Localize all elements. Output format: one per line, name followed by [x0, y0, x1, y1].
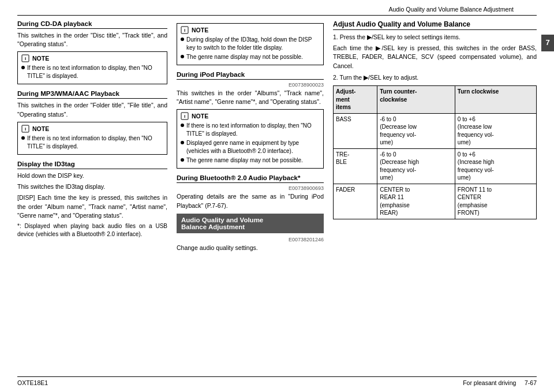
note-icon-4: i: [181, 112, 189, 120]
section-ipod-body: This switches in the order "Albums", "Tr…: [177, 89, 324, 106]
svg-text:i: i: [184, 114, 185, 119]
section-id3tag-body2: This switches the ID3tag display.: [17, 182, 167, 191]
note-header-1: i NOTE: [21, 54, 163, 62]
section-cd-da-title: During CD-DA playback: [17, 20, 167, 29]
table-header-row: Adjust-mentitems Turn counter-clockwise …: [334, 86, 537, 114]
note-icon-1: i: [21, 54, 29, 62]
note-item-4-3: The genre name display may not be possib…: [181, 156, 320, 165]
content-area: During CD-DA playback This switches in t…: [17, 16, 537, 255]
section-mp3-body: This switches in the order "Folder title…: [17, 101, 167, 118]
section-id3tag-body1: Hold down the DISP key.: [17, 171, 167, 180]
footer-bar: OXTE18E1 For pleasant driving 7-67: [17, 376, 537, 386]
row-fader-item: FADER: [334, 184, 377, 219]
bullet-4-3: [181, 158, 184, 162]
bullet-3-2: [181, 55, 184, 58]
note-text-4-3: The genre name display may not be possib…: [186, 156, 303, 165]
col-header-counter: Turn counter-clockwise: [377, 86, 455, 114]
note-item-3-2: The genre name display may not be possib…: [181, 53, 320, 61]
right-column: Adjust Audio Quality and Volume Balance …: [333, 20, 537, 255]
adjust-table: Adjust-mentitems Turn counter-clockwise …: [333, 85, 537, 219]
section-cd-da-body: This switches in the order "Disc title",…: [17, 31, 167, 48]
note-item-4-2: Displayed genre name in equipment by typ…: [181, 139, 320, 155]
section-bt-subid: E00738900693: [177, 185, 324, 191]
section-id3tag-body3: [DISP] Each time the key is pressed, thi…: [17, 193, 167, 220]
note-header-2: i NOTE: [21, 125, 163, 133]
highlight-subid: E00738201246: [177, 237, 324, 242]
table-row: TRE-BLE -6 to 0(Decrease highfrequency v…: [334, 148, 537, 184]
note-box-4: i NOTE If there is no text information t…: [177, 109, 324, 169]
note-icon-3: i: [181, 26, 189, 34]
row-bass-item: BASS: [334, 113, 377, 148]
svg-text:i: i: [184, 28, 185, 33]
highlight-line2: Balance Adjustment: [181, 223, 319, 230]
note-item-1-1: If there is no text information to displ…: [21, 64, 163, 80]
section-id3tag-footnote: *: Displayed when playing back audio fil…: [17, 222, 167, 238]
section-mp3-title: During MP3/WMA/AAC Playback: [17, 90, 167, 99]
footer-right-page: 7-67: [525, 379, 537, 386]
bullet-1-1: [21, 66, 25, 69]
note-text-3-1: During display of the ID3tag, hold down …: [186, 36, 320, 52]
row-treble-counter: -6 to 0(Decrease highfrequency vol-ume): [377, 148, 455, 184]
right-step2: 2. Turn the ▶/SEL key to adjust.: [333, 73, 537, 82]
note-item-3-1: During display of the ID3tag, hold down …: [181, 36, 320, 52]
note-box-3: i NOTE During display of the ID3tag, hol…: [177, 23, 324, 65]
note-label-2: NOTE: [32, 125, 49, 132]
footer-right: For pleasant driving 7-67: [463, 379, 537, 386]
page-container: Audio Quality and Volume Balance Adjustm…: [0, 0, 554, 392]
section-bt-body: Operating details are the same as in "Du…: [177, 192, 324, 210]
highlight-line1: Audio Quality and Volume: [181, 216, 319, 223]
note-text-4-1: If there is no text information to displ…: [186, 122, 320, 138]
note-label-1: NOTE: [32, 55, 49, 62]
note-item-2-1: If there is no text information to displ…: [21, 135, 163, 151]
bullet-2-1: [21, 136, 25, 140]
header-title: Audio Quality and Volume Balance Adjustm…: [388, 6, 514, 13]
col-header-item: Adjust-mentitems: [334, 86, 377, 114]
row-treble-item: TRE-BLE: [334, 148, 377, 184]
note-label-3: NOTE: [192, 27, 208, 33]
row-fader-clockwise: FRONT 11 toCENTER(emphasiseFRONT): [455, 184, 536, 219]
svg-text:i: i: [25, 56, 26, 61]
change-text: Change audio quality settings.: [177, 244, 324, 252]
note-icon-2: i: [21, 125, 29, 133]
left-column: During CD-DA playback This switches in t…: [17, 20, 167, 255]
section-ipod-title: During iPod Playback: [177, 71, 324, 80]
bullet-3-1: [181, 38, 184, 41]
note-label-4: NOTE: [192, 113, 208, 120]
note-text-3-2: The genre name display may not be possib…: [186, 53, 303, 61]
middle-column: i NOTE During display of the ID3tag, hol…: [177, 20, 324, 255]
chapter-tab: 7: [541, 35, 554, 51]
header-bar: Audio Quality and Volume Balance Adjustm…: [17, 6, 537, 16]
row-bass-clockwise: 0 to +6(Increase lowfrequency vol-ume): [455, 113, 536, 148]
footer-right-label: For pleasant driving: [463, 379, 516, 386]
note-text-4-2: Displayed genre name in equipment by typ…: [186, 139, 320, 155]
section-ipod-subid: E00738900023: [177, 82, 324, 88]
table-row: FADER CENTER toREAR 11(emphasiseREAR) FR…: [334, 184, 537, 219]
bullet-4-1: [181, 124, 184, 127]
note-item-4-1: If there is no text information to displ…: [181, 122, 320, 138]
footer-left: OXTE18E1: [17, 379, 48, 386]
bullet-4-2: [181, 141, 184, 144]
row-bass-counter: -6 to 0(Decrease lowfrequency vol-ume): [377, 113, 455, 148]
section-id3tag-title: Display the ID3tag: [17, 160, 167, 169]
right-section-title: Adjust Audio Quality and Volume Balance: [333, 20, 537, 30]
right-step1-detail: Each time the ▶/SEL key is pressed, this…: [333, 44, 537, 70]
note-header-4: i NOTE: [181, 112, 320, 120]
section-bt-title: During Bluetooth® 2.0 Audio Playback*: [177, 174, 324, 183]
note-text-2-1: If there is no text information to displ…: [27, 135, 163, 151]
table-row: BASS -6 to 0(Decrease lowfrequency vol-u…: [334, 113, 537, 148]
row-treble-clockwise: 0 to +6(Increase highfrequency vol-ume): [455, 148, 536, 184]
note-box-1: i NOTE If there is no text information t…: [17, 51, 167, 84]
right-step1: 1. Press the ▶/SEL key to select setting…: [333, 33, 537, 42]
row-fader-counter: CENTER toREAR 11(emphasiseREAR): [377, 184, 455, 219]
highlight-box: Audio Quality and Volume Balance Adjustm…: [177, 214, 324, 233]
svg-text:i: i: [25, 126, 26, 132]
chapter-number: 7: [545, 38, 549, 47]
col-header-clockwise: Turn clockwise: [455, 86, 536, 114]
note-box-2: i NOTE If there is no text information t…: [17, 122, 167, 155]
note-header-3: i NOTE: [181, 26, 320, 34]
note-text-1-1: If there is no text information to displ…: [27, 64, 163, 80]
